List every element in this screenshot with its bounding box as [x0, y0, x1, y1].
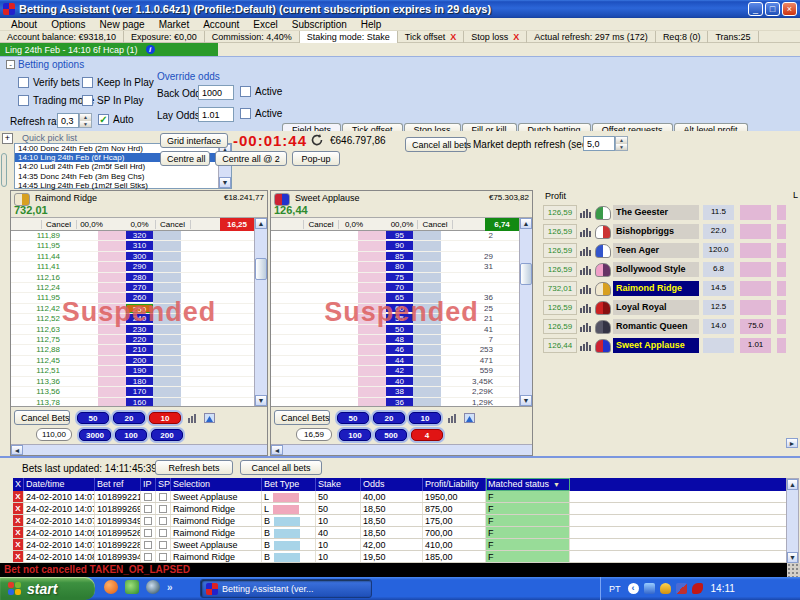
- runner-lay-odds[interactable]: [740, 205, 771, 220]
- chart-icon[interactable]: [579, 207, 593, 219]
- stake-button[interactable]: 50: [77, 412, 109, 424]
- stake-button[interactable]: 50: [337, 412, 369, 424]
- back-cell[interactable]: [153, 377, 181, 386]
- lay-cell[interactable]: [358, 325, 386, 334]
- checkbox-icon[interactable]: [144, 505, 152, 513]
- scroll-up-icon[interactable]: ▲: [787, 479, 798, 490]
- auto-checkbox[interactable]: ✓: [98, 114, 109, 125]
- close-button[interactable]: ×: [782, 2, 797, 16]
- messenger-icon[interactable]: [125, 580, 139, 594]
- price-cell[interactable]: 40: [386, 377, 413, 386]
- price-cell[interactable]: 42: [386, 366, 413, 375]
- runner-back-odds[interactable]: 14.5: [703, 281, 734, 296]
- price-cell[interactable]: 70: [386, 283, 413, 292]
- col-header-matched-status[interactable]: Matched status▼: [486, 478, 570, 491]
- checkbox-icon[interactable]: [159, 529, 167, 537]
- runner-lay-odds[interactable]: 75.0: [740, 319, 771, 334]
- lay-cell[interactable]: [358, 345, 386, 354]
- price-cell[interactable]: 260: [126, 293, 153, 302]
- back-cell[interactable]: [153, 366, 181, 375]
- back-cell[interactable]: [153, 252, 181, 261]
- checkbox-icon[interactable]: [159, 505, 167, 513]
- lay-cell[interactable]: [358, 293, 386, 302]
- price-cell[interactable]: 80: [386, 262, 413, 271]
- price-cell[interactable]: 270: [126, 283, 153, 292]
- price-cell[interactable]: 60: [386, 304, 413, 313]
- scroll-down-icon[interactable]: ▼: [219, 177, 231, 188]
- lay-cell[interactable]: [98, 335, 126, 344]
- runner-row[interactable]: 126,59Bollywood Style6.8: [537, 260, 800, 279]
- back-cell[interactable]: [153, 345, 181, 354]
- lay-odds-input[interactable]: [198, 107, 234, 122]
- checkbox-icon[interactable]: [144, 541, 152, 549]
- lay-cell[interactable]: [358, 241, 386, 250]
- runner-lay-odds[interactable]: 1.01: [740, 338, 771, 353]
- checkbox-icon[interactable]: [144, 553, 152, 561]
- quick-pick-item[interactable]: 14:45 Ling 24th Feb (1m2f Sell Stks): [15, 181, 218, 190]
- resize-grip[interactable]: [787, 563, 800, 577]
- update-tray-icon[interactable]: [644, 583, 655, 594]
- price-cell[interactable]: 190: [126, 366, 153, 375]
- back-cell[interactable]: [413, 293, 441, 302]
- checkbox-icon[interactable]: [159, 541, 167, 549]
- col-header-odds[interactable]: Odds: [361, 478, 423, 491]
- trading-mode-checkbox[interactable]: [18, 95, 29, 106]
- cancel-bet-icon[interactable]: X: [13, 503, 24, 514]
- lay-cell[interactable]: [98, 356, 126, 365]
- cancel-bet-icon[interactable]: X: [13, 491, 24, 502]
- chart-icon[interactable]: [188, 413, 199, 423]
- lay-cell[interactable]: [98, 293, 126, 302]
- price-cell[interactable]: 38: [386, 387, 413, 396]
- bet-ip-checkbox[interactable]: [141, 539, 156, 550]
- bet-sp-checkbox[interactable]: [156, 527, 171, 538]
- bet-ip-checkbox[interactable]: [141, 551, 156, 562]
- runner-back-odds[interactable]: [703, 338, 734, 353]
- menu-new-page[interactable]: New page: [93, 19, 152, 30]
- runner-row[interactable]: 126,59The Geester11.5: [537, 203, 800, 222]
- menu-help[interactable]: Help: [354, 19, 389, 30]
- scroll-down-icon[interactable]: ▼: [255, 395, 267, 406]
- bets-vertical-scrollbar[interactable]: ▲ ▼: [786, 478, 799, 564]
- stake-button[interactable]: 20: [113, 412, 145, 424]
- runner-name-cell[interactable]: Romantic Queen: [613, 319, 699, 334]
- minimize-button[interactable]: _: [748, 2, 763, 16]
- collapse-icon[interactable]: -: [6, 60, 15, 69]
- ladder-up-icon[interactable]: [204, 413, 215, 423]
- back-cell[interactable]: [413, 387, 441, 396]
- back-cell[interactable]: [413, 377, 441, 386]
- refresh-bets-button[interactable]: Refresh bets: [155, 460, 233, 475]
- back-odds-input[interactable]: [198, 85, 234, 100]
- price-cell[interactable]: 170: [126, 387, 153, 396]
- stake-button[interactable]: 4: [411, 429, 443, 441]
- col-header-x[interactable]: X: [13, 478, 24, 491]
- lay-cell[interactable]: [98, 314, 126, 323]
- popup-button[interactable]: Pop-up: [292, 151, 340, 166]
- ladder-horizontal-scrollbar[interactable]: ◄: [11, 444, 267, 455]
- lay-cell[interactable]: [358, 304, 386, 313]
- scroll-up-icon[interactable]: ▲: [520, 218, 532, 229]
- back-odds-active-checkbox[interactable]: [240, 86, 251, 97]
- refresh-rate-spinner[interactable]: ▲▼: [79, 113, 92, 128]
- runner-lay-odds[interactable]: [740, 243, 771, 258]
- ladder-vertical-scrollbar[interactable]: ▲ ▼: [254, 218, 267, 406]
- price-cell[interactable]: 300: [126, 252, 153, 261]
- browser-icon[interactable]: [146, 580, 160, 594]
- col-header-ip[interactable]: IP: [141, 478, 156, 491]
- scroll-down-icon[interactable]: ▼: [787, 552, 798, 563]
- lay-odds-active-checkbox[interactable]: [240, 108, 251, 119]
- back-cell[interactable]: [413, 325, 441, 334]
- price-cell[interactable]: 75: [386, 273, 413, 282]
- refresh-icon[interactable]: [310, 133, 324, 147]
- grid-interface-button[interactable]: Grid interface: [160, 133, 228, 148]
- cancel-all-bets-button[interactable]: Cancel all bets: [405, 137, 467, 152]
- ladder-horizontal-scrollbar[interactable]: ◄: [271, 444, 532, 455]
- market-depth-input[interactable]: [583, 136, 615, 151]
- runner-back-odds[interactable]: 12.5: [703, 300, 734, 315]
- checkbox-icon[interactable]: [144, 529, 152, 537]
- stake-button[interactable]: 20: [373, 412, 405, 424]
- checkbox-icon[interactable]: [144, 493, 152, 501]
- lay-cell[interactable]: [98, 366, 126, 375]
- quick-launch-overflow-icon[interactable]: »: [167, 582, 173, 593]
- price-cell[interactable]: 240: [126, 314, 153, 323]
- lay-cell[interactable]: [98, 241, 126, 250]
